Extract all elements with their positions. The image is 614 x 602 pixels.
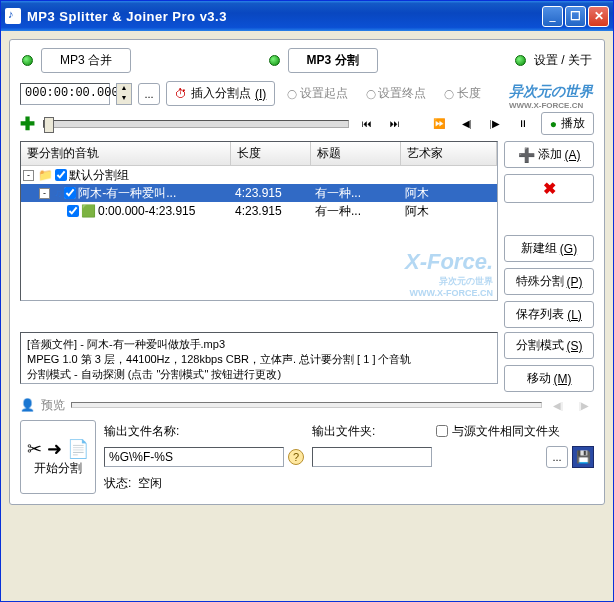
window-title: MP3 Splitter & Joiner Pro v3.3: [27, 9, 542, 24]
browse-button[interactable]: ...: [138, 83, 160, 105]
preview-step-back: ◀|: [548, 396, 568, 414]
preview-slider[interactable]: [71, 402, 542, 408]
maximize-button[interactable]: ☐: [565, 6, 586, 27]
time-spinner[interactable]: ▲▼: [116, 83, 132, 105]
browse-folder-button[interactable]: ...: [546, 446, 568, 468]
play-button[interactable]: ●播放: [541, 112, 594, 135]
save-list-button[interactable]: 保存列表(L): [504, 301, 594, 328]
step-back-button[interactable]: ◀|: [457, 115, 477, 133]
prev-track-button[interactable]: ⏮: [357, 115, 377, 133]
clock-icon: ⏱: [175, 87, 187, 101]
step-fwd-button[interactable]: |▶: [485, 115, 505, 133]
set-end-label: 设置终点: [360, 85, 433, 102]
settings-link[interactable]: 设置 / 关于: [534, 52, 592, 69]
led-icon: [269, 55, 280, 66]
output-folder-input[interactable]: [312, 447, 432, 467]
help-icon[interactable]: ?: [288, 449, 304, 465]
output-folder-label: 输出文件夹:: [312, 423, 432, 440]
tree-row-group[interactable]: -📁 默认分割组: [21, 166, 497, 184]
track-tree[interactable]: 要分割的音轨 长度 标题 艺术家 -📁 默认分割组 -♫ 阿木-有一种爱叫...…: [20, 141, 498, 301]
minimize-button[interactable]: _: [542, 6, 563, 27]
output-name-input[interactable]: [104, 447, 284, 467]
app-icon: [5, 8, 21, 24]
led-icon: [515, 55, 526, 66]
output-name-label: 输出文件名称:: [104, 423, 284, 440]
next-track-button[interactable]: ⏭: [385, 115, 405, 133]
preview-step-fwd: |▶: [574, 396, 594, 414]
length-label: 长度: [438, 85, 487, 102]
avatar-icon: 👤: [20, 398, 35, 412]
watermark: X-Force. 异次元の世界WWW.X-FORCE.CN: [405, 249, 493, 298]
tab-merge[interactable]: MP3 合并: [41, 48, 131, 73]
status-label: 状态: 空闲: [104, 475, 284, 492]
title-bar: MP3 Splitter & Joiner Pro v3.3 _ ☐ ✕: [1, 1, 613, 31]
special-split-button[interactable]: 特殊分割(P): [504, 268, 594, 295]
info-box: [音频文件] - 阿木-有一种爱叫做放手.mp3 MPEG 1.0 第 3 层，…: [20, 332, 498, 384]
watermark-logo: 异次元の世界WWW.X-FORCE.CN: [509, 83, 593, 110]
same-folder-checkbox[interactable]: 与源文件相同文件夹: [436, 423, 594, 440]
scissors-icon: ✂ ➜ 📄: [27, 438, 89, 460]
new-group-button[interactable]: 新建组(G): [504, 235, 594, 262]
insert-split-button[interactable]: ⏱ 插入分割点(I): [166, 81, 275, 106]
position-slider[interactable]: [43, 120, 349, 128]
preview-label: 预览: [41, 397, 65, 414]
save-icon[interactable]: 💾: [572, 446, 594, 468]
pause-button[interactable]: ⏸: [513, 115, 533, 133]
tree-row-file[interactable]: -♫ 阿木-有一种爱叫... 4:23.915 有一种... 阿木: [21, 184, 497, 202]
close-button[interactable]: ✕: [588, 6, 609, 27]
set-start-label: 设置起点: [281, 85, 354, 102]
fast-forward-button[interactable]: ⏩: [429, 115, 449, 133]
tab-split[interactable]: MP3 分割: [288, 48, 378, 73]
led-icon: [22, 55, 33, 66]
zoom-in-icon[interactable]: ✚: [20, 113, 35, 135]
start-split-button[interactable]: ✂ ➜ 📄 开始分割: [20, 420, 96, 494]
move-button[interactable]: 移动(M): [504, 365, 594, 392]
tree-header: 要分割的音轨 长度 标题 艺术家: [21, 142, 497, 166]
delete-button[interactable]: ✖: [504, 174, 594, 203]
tree-row-segment[interactable]: 🟩 0:00.000-4:23.915 4:23.915 有一种... 阿木: [21, 202, 497, 220]
time-input[interactable]: 000:00:00.000: [20, 83, 110, 105]
split-mode-button[interactable]: 分割模式(S): [504, 332, 594, 359]
add-button[interactable]: ➕添加(A): [504, 141, 594, 168]
